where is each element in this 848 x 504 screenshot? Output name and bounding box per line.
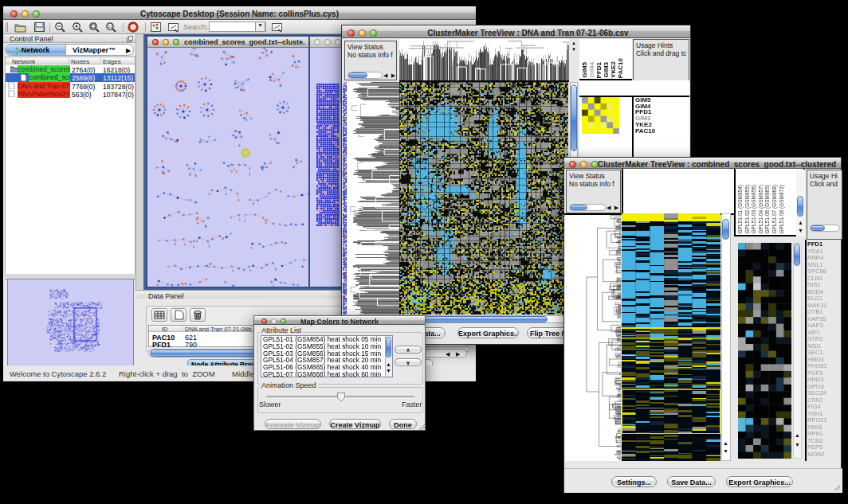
svg-text:1:1: 1:1 (108, 25, 113, 29)
